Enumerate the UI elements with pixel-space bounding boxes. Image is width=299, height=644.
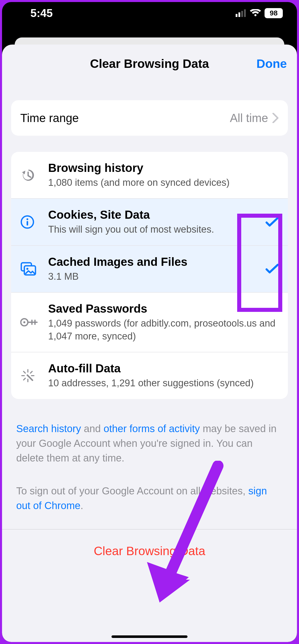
- svg-rect-2: [241, 11, 243, 17]
- status-bar: 5:45 98: [2, 2, 297, 24]
- status-icons: 98: [236, 8, 283, 18]
- checkmark-icon: [266, 264, 279, 274]
- passwords-title: Saved Passwords: [48, 302, 277, 315]
- passwords-sub: 1,049 passwords (for adbitly.com, proseo…: [48, 317, 277, 343]
- time-range-row[interactable]: Time range All time: [11, 100, 288, 136]
- device-frame: 5:45 98 Clear Browsing Data Done Time ra…: [2, 2, 297, 642]
- chevron-right-icon: [272, 113, 279, 123]
- autofill-title: Auto-fill Data: [48, 361, 277, 375]
- status-time: 5:45: [30, 7, 53, 19]
- sheet-stack: Clear Browsing Data Done Time range All …: [2, 37, 297, 642]
- svg-point-5: [27, 218, 28, 220]
- time-range-value: All time: [230, 111, 272, 125]
- browsing-history-title: Browsing history: [48, 161, 277, 175]
- cookies-row[interactable]: Cookies, Site Data This will sign you ou…: [11, 198, 288, 245]
- cookies-sub: This will sign you out of most websites.: [48, 223, 264, 236]
- clear-browsing-data-button[interactable]: Clear Browsing Data: [2, 530, 297, 573]
- page-title: Clear Browsing Data: [90, 57, 209, 71]
- home-indicator: [111, 635, 188, 638]
- svg-rect-0: [236, 14, 237, 17]
- autofill-row[interactable]: Auto-fill Data 10 addresses, 1,291 other…: [11, 352, 288, 399]
- navbar: Clear Browsing Data Done: [2, 45, 297, 83]
- cellular-icon: [236, 9, 246, 17]
- wifi-icon: [250, 9, 261, 17]
- browsing-history-row[interactable]: Browsing history 1,080 items (and more o…: [11, 152, 288, 198]
- cookies-title: Cookies, Site Data: [48, 208, 264, 222]
- cache-sub: 3.1 MB: [48, 270, 264, 283]
- cache-row[interactable]: Cached Images and Files 3.1 MB: [11, 245, 288, 292]
- svg-point-9: [26, 268, 28, 270]
- wand-icon: [20, 368, 48, 383]
- svg-rect-6: [27, 221, 28, 226]
- svg-rect-3: [244, 9, 246, 17]
- time-range-label: Time range: [20, 111, 79, 125]
- key-icon: [20, 317, 48, 327]
- done-button[interactable]: Done: [256, 57, 287, 71]
- passwords-row[interactable]: Saved Passwords 1,049 passwords (for adb…: [11, 292, 288, 352]
- checkmark-icon: [266, 217, 279, 227]
- cache-title: Cached Images and Files: [48, 255, 264, 269]
- footer-note-1: Search history and other forms of activi…: [2, 421, 297, 465]
- info-icon: [20, 215, 48, 229]
- other-activity-link[interactable]: other forms of activity: [104, 423, 200, 434]
- modal-sheet: Clear Browsing Data Done Time range All …: [2, 45, 297, 642]
- search-history-link[interactable]: Search history: [16, 423, 81, 434]
- data-types-group: Browsing history 1,080 items (and more o…: [11, 152, 288, 399]
- images-icon: [20, 262, 48, 276]
- svg-rect-1: [238, 12, 240, 17]
- time-range-group: Time range All time: [11, 100, 288, 136]
- autofill-sub: 10 addresses, 1,291 other suggestions (s…: [48, 377, 277, 390]
- footer-note-2: To sign out of your Google Account on al…: [2, 484, 297, 513]
- history-icon: [20, 168, 48, 183]
- browsing-history-sub: 1,080 items (and more on synced devices): [48, 176, 277, 189]
- battery-icon: 98: [265, 8, 283, 18]
- svg-point-11: [23, 321, 25, 323]
